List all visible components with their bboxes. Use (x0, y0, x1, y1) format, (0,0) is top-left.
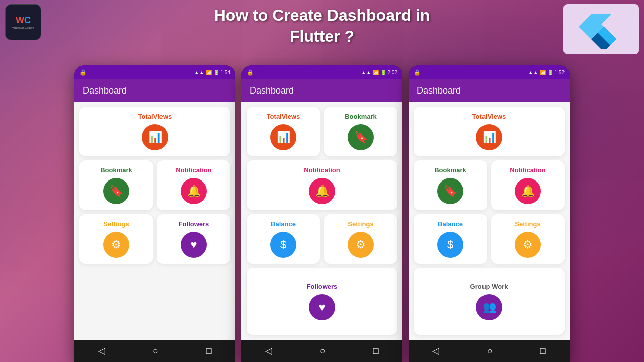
card-label-balance-2: Balance (271, 220, 296, 228)
card-balance-2[interactable]: Balance $ (247, 214, 320, 264)
card-icon-bookmark-3: 🔖 (437, 178, 463, 204)
card-icon-followers-2: ♥ (309, 294, 335, 320)
phone1-lock-icon: 🔒 (79, 69, 87, 76)
card-followers-2[interactable]: Followers ♥ (247, 268, 397, 335)
card-icon-settings-2: ⚙ (348, 232, 374, 258)
phone-2: 🔒 ▲▲ 📶 🔋 2:02 Dashboard TotalViews 📊 Boo… (242, 65, 403, 362)
card-label-settings-3: Settings (515, 220, 540, 228)
card-notification-2[interactable]: Notification 🔔 (247, 160, 397, 210)
card-icon-totalviews-2: 📊 (270, 124, 296, 150)
phone2-battery: 🔋 (380, 70, 386, 75)
phone2-wifi: 📶 (373, 70, 379, 75)
phone3-home-icon[interactable]: ○ (487, 346, 493, 356)
phone2-content: TotalViews 📊 Bookmark 🔖 Notification 🔔 B… (242, 102, 403, 340)
card-icon-balance-2: $ (270, 232, 296, 258)
card-label-followers-1: Followers (179, 220, 209, 228)
card-icon-notification-3: 🔔 (515, 178, 541, 204)
phone1-wifi: 📶 (206, 70, 212, 75)
phone1-signal: ▲▲ (194, 70, 204, 75)
card-icon-totalviews-1: 📊 (142, 124, 168, 150)
phone2-home-icon[interactable]: ○ (320, 346, 326, 356)
phone1-home-icon[interactable]: ○ (153, 346, 158, 356)
card-settings-1[interactable]: Settings ⚙ (79, 214, 153, 264)
phone2-nav-bar: ◁ ○ □ (242, 340, 403, 362)
phones-container: 🔒 ▲▲ 📶 🔋 1:54 Dashboard TotalViews 📊 Boo… (20, 65, 624, 362)
card-label-bookmark-3: Bookmark (434, 166, 466, 174)
card-label-totalviews-2: TotalViews (267, 113, 300, 120)
phone1-status-bar: 🔒 ▲▲ 📶 🔋 1:54 (74, 65, 235, 79)
card-totalviews-2[interactable]: TotalViews 📊 (247, 107, 320, 156)
phone1-time: 1:54 (221, 70, 230, 75)
card-icon-bookmark-2: 🔖 (348, 124, 374, 150)
phone1-back-icon[interactable]: ◁ (98, 345, 105, 356)
phone1-content: TotalViews 📊 Bookmark 🔖 Notification 🔔 S… (74, 102, 235, 340)
phone2-app-title: Dashboard (250, 85, 294, 96)
card-label-bookmark-2: Bookmark (345, 113, 377, 120)
card-groupwork-3[interactable]: Group Work 👥 (414, 268, 565, 335)
card-icon-groupwork-3: 👥 (476, 294, 502, 320)
phone-1: 🔒 ▲▲ 📶 🔋 1:54 Dashboard TotalViews 📊 Boo… (74, 65, 235, 362)
phone3-status-icons: ▲▲ 📶 🔋 1:52 (528, 70, 565, 75)
phone3-wifi: 📶 (540, 70, 546, 75)
card-label-totalviews-3: TotalViews (472, 113, 506, 120)
phone3-content: TotalViews 📊 Bookmark 🔖 Notification 🔔 B… (409, 102, 570, 340)
phone3-status-bar: 🔒 ▲▲ 📶 🔋 1:52 (409, 65, 570, 79)
card-label-balance-3: Balance (438, 220, 463, 228)
card-settings-2[interactable]: Settings ⚙ (324, 214, 397, 264)
card-label-notification-3: Notification (510, 166, 546, 174)
flutter-logo (564, 4, 639, 54)
card-followers-1[interactable]: Followers ♥ (157, 214, 230, 264)
phone1-app-title: Dashboard (83, 85, 127, 96)
phone3-lock-icon: 🔒 (414, 69, 421, 76)
card-totalviews-3[interactable]: TotalViews 📊 (414, 107, 565, 156)
phone3-signal: ▲▲ (528, 70, 538, 75)
card-icon-followers-1: ♥ (181, 232, 207, 258)
phone2-back-icon[interactable]: ◁ (265, 345, 272, 356)
card-label-settings-2: Settings (348, 220, 373, 228)
phone3-time: 1:52 (555, 70, 565, 75)
title-line1: How to Create Dashboard in (214, 5, 430, 26)
logo-c: C (24, 15, 31, 25)
card-notification-3[interactable]: Notification 🔔 (491, 160, 565, 210)
card-icon-notification-1: 🔔 (181, 178, 207, 204)
logo-w: W (16, 15, 24, 25)
phone2-time: 2:02 (388, 70, 397, 75)
logo-box: WC WhatsUpCoders (5, 4, 41, 40)
phone1-status-icons: ▲▲ 📶 🔋 1:54 (194, 70, 230, 75)
card-label-followers-2: Followers (307, 283, 338, 290)
card-label-groupwork-3: Group Work (470, 283, 508, 290)
card-icon-settings-1: ⚙ (103, 232, 129, 258)
phone3-recent-icon[interactable]: □ (540, 346, 546, 356)
card-label-bookmark-1: Bookmark (100, 166, 132, 174)
phone2-signal: ▲▲ (361, 70, 371, 75)
phone2-lock-icon: 🔒 (247, 69, 254, 76)
card-bookmark-1[interactable]: Bookmark 🔖 (79, 160, 153, 210)
card-label-totalviews-1: TotalViews (138, 113, 172, 120)
card-totalviews-1[interactable]: TotalViews 📊 (79, 107, 230, 156)
card-icon-settings-3: ⚙ (515, 232, 541, 258)
page-title: How to Create Dashboard in Flutter ? (214, 5, 430, 47)
phone1-nav-bar: ◁ ○ □ (74, 340, 235, 362)
card-icon-balance-3: $ (437, 232, 463, 258)
card-bookmark-2[interactable]: Bookmark 🔖 (324, 107, 397, 156)
phone3-app-bar: Dashboard (409, 79, 570, 102)
card-balance-3[interactable]: Balance $ (414, 214, 487, 264)
phone3-app-title: Dashboard (417, 85, 461, 96)
logo-letters: WC (16, 16, 31, 25)
phone2-status-icons: ▲▲ 📶 🔋 2:02 (361, 70, 397, 75)
phone1-recent-icon[interactable]: □ (206, 346, 212, 356)
card-icon-bookmark-1: 🔖 (103, 178, 129, 204)
card-label-notification-1: Notification (176, 166, 212, 174)
card-label-settings-1: Settings (103, 220, 129, 228)
phone3-battery: 🔋 (547, 70, 553, 75)
phone3-back-icon[interactable]: ◁ (432, 345, 439, 356)
card-notification-1[interactable]: Notification 🔔 (157, 160, 230, 210)
card-label-notification-2: Notification (304, 166, 340, 174)
phone2-status-bar: 🔒 ▲▲ 📶 🔋 2:02 (242, 65, 403, 79)
card-bookmark-3[interactable]: Bookmark 🔖 (414, 160, 487, 210)
phone1-app-bar: Dashboard (74, 79, 235, 102)
card-settings-3[interactable]: Settings ⚙ (491, 214, 565, 264)
header: WC WhatsUpCoders How to Create Dashboard… (0, 0, 644, 52)
phone2-recent-icon[interactable]: □ (373, 346, 379, 356)
phone1-battery: 🔋 (213, 70, 219, 75)
